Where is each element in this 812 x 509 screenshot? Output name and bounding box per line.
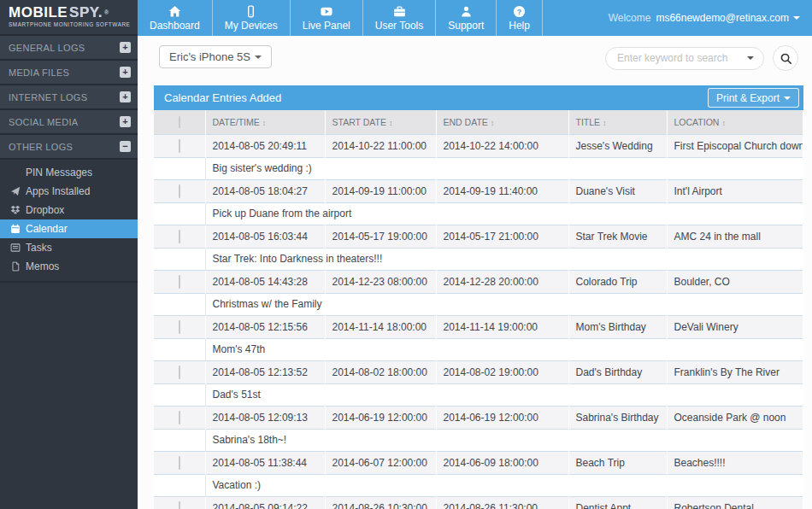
question-icon: ? xyxy=(513,5,526,19)
cell-start-date: 2014-06-07 12:00:00 xyxy=(325,451,436,474)
cell-end-date: 2014-09-19 11:40:00 xyxy=(436,179,568,202)
home-icon xyxy=(168,5,181,19)
device-selector-dropdown[interactable]: Eric's iPhone 5S xyxy=(159,45,272,68)
brand-name-spy: SPY. xyxy=(68,4,104,20)
column-header-end-date[interactable]: END DATE↕ xyxy=(436,110,568,134)
expand-plus-icon[interactable]: + xyxy=(120,42,131,53)
cell-note: Christmas w/ the Family xyxy=(205,293,803,315)
cell-location: First Episcopal Church downtown xyxy=(667,134,803,157)
row-checkbox[interactable] xyxy=(179,184,180,198)
nav-dashboard[interactable]: Dashboard xyxy=(138,0,213,36)
column-header-title[interactable]: TITLE↕ xyxy=(568,110,667,134)
cell-start-date: 2014-05-17 19:00:00 xyxy=(325,225,436,248)
person-icon xyxy=(460,5,473,19)
search-input[interactable] xyxy=(605,47,764,70)
cell-title: Sabrina's Birthday xyxy=(568,406,667,429)
sidebar-item-apps-installed[interactable]: Apps Installed xyxy=(0,182,138,201)
collapse-minus-icon[interactable]: − xyxy=(120,141,131,152)
row-checkbox[interactable] xyxy=(179,275,180,289)
nav-user-tools[interactable]: User Tools xyxy=(363,0,436,36)
search-area xyxy=(605,45,798,71)
table-row: 2014-08-05 14:43:28 2014-12-23 08:00:00 … xyxy=(154,270,803,293)
print-export-label: Print & Export xyxy=(716,92,780,104)
column-header-location[interactable]: LOCATION↕ xyxy=(667,110,803,134)
cell-title: Beach Trip xyxy=(568,451,667,474)
cell-note: Big sister's wedding :) xyxy=(205,157,803,179)
nav-live-panel[interactable]: Live Panel xyxy=(291,0,363,36)
column-label: START DATE xyxy=(332,117,386,127)
nav-label: My Devices xyxy=(225,20,278,32)
cell-end-date: 2014-08-02 19:00:00 xyxy=(436,360,568,383)
cell-title: Duane's Visit xyxy=(568,179,667,202)
column-label: LOCATION xyxy=(674,117,720,127)
tasks-list-icon xyxy=(9,243,22,253)
cell-datetime: 2014-08-05 20:49:11 xyxy=(205,134,325,157)
toolbar: Eric's iPhone 5S xyxy=(138,36,812,85)
nav-label: Help xyxy=(509,20,530,32)
sort-icon[interactable]: ↕ xyxy=(491,119,495,127)
row-checkbox[interactable] xyxy=(179,366,180,379)
sidebar-section-label: MEDIA FILES xyxy=(9,67,120,78)
cell-end-date: 2014-05-17 21:00:00 xyxy=(436,225,568,248)
row-checkbox[interactable] xyxy=(179,501,180,509)
table-note-row: Mom's 47th xyxy=(154,338,803,360)
account-menu[interactable]: Welcome ms66newdemo@retinax.com xyxy=(609,0,812,36)
brand-name: MOBILESPY.® xyxy=(9,5,138,20)
sidebar-item-calendar[interactable]: Calendar xyxy=(0,219,138,238)
table-note-row: Christmas w/ the Family xyxy=(154,293,803,315)
cell-start-date: 2014-11-14 18:00:00 xyxy=(325,315,436,338)
sidebar-section-internet-logs[interactable]: INTERNET LOGS + xyxy=(0,85,138,110)
nav-help[interactable]: ? Help xyxy=(497,0,543,36)
cell-title: Dad's Birthday xyxy=(568,360,667,383)
sidebar-item-memos[interactable]: Memos xyxy=(0,257,138,276)
chevron-down-icon[interactable] xyxy=(747,56,754,60)
column-label: TITLE xyxy=(576,117,601,127)
sidebar-section-social-media[interactable]: SOCIAL MEDIA + xyxy=(0,110,138,135)
cell-start-date: 2014-09-19 11:00:00 xyxy=(325,179,436,202)
sort-icon[interactable]: ↕ xyxy=(721,119,726,127)
column-header-datetime[interactable]: DATE/TIME↕ xyxy=(205,110,325,134)
cell-start-date: 2014-08-26 10:30:00 xyxy=(325,496,436,509)
print-export-button[interactable]: Print & Export xyxy=(708,88,799,108)
sidebar-item-pin-messages[interactable]: PIN Messages xyxy=(0,163,138,182)
sort-icon[interactable]: ↕ xyxy=(262,119,267,127)
table-row: 2014-08-05 12:09:13 2014-06-19 12:00:00 … xyxy=(154,406,803,429)
search-button[interactable] xyxy=(773,45,798,71)
expand-plus-icon[interactable]: + xyxy=(120,67,131,78)
cell-note: Vacation :) xyxy=(205,474,803,496)
sidebar-item-label: Tasks xyxy=(26,242,52,254)
brand-name-mobile: MOBILE xyxy=(9,4,68,20)
sort-icon[interactable]: ↕ xyxy=(389,119,393,127)
sidebar-item-label: Memos xyxy=(26,260,59,272)
cell-start-date: 2014-10-22 11:00:00 xyxy=(325,134,436,157)
device-selector-label: Eric's iPhone 5S xyxy=(169,50,250,63)
sidebar-section-other-logs[interactable]: OTHER LOGS − xyxy=(0,135,138,160)
sidebar-section-general-logs[interactable]: GENERAL LOGS + xyxy=(0,36,138,61)
sidebar-item-label: Apps Installed xyxy=(26,185,90,197)
table-row: 2014-08-05 12:13:52 2014-08-02 18:00:00 … xyxy=(154,360,803,383)
row-checkbox[interactable] xyxy=(179,456,180,470)
expand-plus-icon[interactable]: + xyxy=(120,116,131,127)
select-all-checkbox[interactable] xyxy=(179,116,180,128)
cell-location: Int'l Airport xyxy=(667,179,803,202)
nav-my-devices[interactable]: My Devices xyxy=(213,0,291,36)
sidebar-item-tasks[interactable]: Tasks xyxy=(0,238,138,257)
cell-title: Colorado Trip xyxy=(568,270,667,293)
sort-icon[interactable]: ↕ xyxy=(603,119,607,127)
row-checkbox[interactable] xyxy=(179,230,180,243)
row-checkbox[interactable] xyxy=(179,411,180,424)
phone-icon xyxy=(244,5,257,19)
row-checkbox[interactable] xyxy=(179,139,180,153)
table-row: 2014-08-05 12:15:56 2014-11-14 18:00:00 … xyxy=(154,315,803,338)
sidebar-section-media-files[interactable]: MEDIA FILES + xyxy=(0,61,138,85)
cell-datetime: 2014-08-05 16:03:44 xyxy=(205,225,325,248)
sidebar-item-label: Dropbox xyxy=(26,204,64,216)
nav-support[interactable]: Support xyxy=(436,0,497,36)
cell-end-date: 2014-11-14 19:00:00 xyxy=(436,315,568,338)
column-header-start-date[interactable]: START DATE↕ xyxy=(325,110,436,134)
row-checkbox[interactable] xyxy=(179,320,180,334)
expand-plus-icon[interactable]: + xyxy=(120,91,131,102)
cell-datetime: 2014-08-05 14:43:28 xyxy=(205,270,325,293)
sidebar-item-dropbox[interactable]: Dropbox xyxy=(0,201,138,219)
table-row: 2014-08-05 11:38:44 2014-06-07 12:00:00 … xyxy=(154,451,803,474)
